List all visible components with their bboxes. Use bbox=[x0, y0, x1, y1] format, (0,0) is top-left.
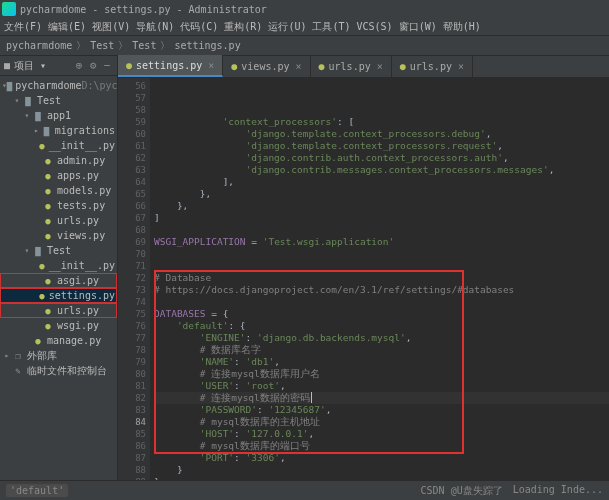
app-icon bbox=[2, 2, 16, 16]
dir-icon: ▇ bbox=[32, 110, 44, 122]
hide-icon[interactable]: − bbox=[101, 60, 113, 72]
py-icon: ● bbox=[42, 185, 54, 197]
tree-row[interactable]: ●wsgi.py bbox=[0, 318, 117, 333]
menu-item[interactable]: 帮助(H) bbox=[443, 20, 481, 34]
tree-label: apps.py bbox=[57, 170, 99, 181]
py-icon: ● bbox=[38, 140, 46, 152]
sidebar-header: ■项目 ▾ ⊕ ⚙ − bbox=[0, 56, 117, 76]
tree-label: wsgi.py bbox=[57, 320, 99, 331]
lib-icon: ❐ bbox=[12, 350, 24, 362]
python-icon: ● bbox=[319, 61, 325, 72]
editor-tab[interactable]: ●urls.py× bbox=[392, 55, 473, 77]
tree-row[interactable]: ▾▇Test bbox=[0, 243, 117, 258]
menu-item[interactable]: 编辑(E) bbox=[48, 20, 86, 34]
tree-label: app1 bbox=[47, 110, 71, 121]
py-icon: ● bbox=[42, 200, 54, 212]
tree-label: views.py bbox=[57, 230, 105, 241]
tree-row[interactable]: ▾▇app1 bbox=[0, 108, 117, 123]
tree-label: admin.py bbox=[57, 155, 105, 166]
breadcrumb-item[interactable]: settings.py bbox=[174, 40, 240, 51]
editor-tab[interactable]: ●views.py× bbox=[223, 55, 310, 77]
tree-row[interactable]: ●settings.py bbox=[0, 288, 117, 303]
code-content[interactable]: 'context_processors': [ 'django.template… bbox=[150, 78, 609, 480]
tree-row[interactable]: ●manage.py bbox=[0, 333, 117, 348]
py-icon: ● bbox=[32, 335, 44, 347]
close-icon[interactable]: × bbox=[458, 61, 464, 72]
menu-item[interactable]: 重构(R) bbox=[224, 20, 262, 34]
tree-row[interactable]: ●__init__.py bbox=[0, 258, 117, 273]
menu-item[interactable]: 工具(T) bbox=[312, 20, 350, 34]
editor-tabs: ●settings.py×●views.py×●urls.py×●urls.py… bbox=[118, 56, 609, 78]
tree-row[interactable]: ●asgi.py bbox=[0, 273, 117, 288]
tree-row[interactable]: ●urls.py bbox=[0, 303, 117, 318]
tree-label: settings.py bbox=[49, 290, 115, 301]
window-title: pycharmdome - settings.py - Administrato… bbox=[20, 4, 267, 15]
project-sidebar: ■项目 ▾ ⊕ ⚙ − ▾▇pycharmdome D:\pycharmdome… bbox=[0, 56, 118, 480]
breadcrumb: pycharmdome〉Test〉Test〉settings.py bbox=[0, 36, 609, 56]
menu-item[interactable]: VCS(S) bbox=[357, 21, 393, 32]
status-crumb: 'default' bbox=[6, 484, 68, 497]
menu-item[interactable]: 文件(F) bbox=[4, 20, 42, 34]
project-tree[interactable]: ▾▇pycharmdome D:\pycharmdome▾▇Test▾▇app1… bbox=[0, 76, 117, 380]
collapse-icon[interactable]: ⊕ bbox=[73, 60, 85, 72]
py-icon: ● bbox=[42, 170, 54, 182]
tree-label: urls.py bbox=[57, 305, 99, 316]
scr-icon: ✎ bbox=[12, 365, 24, 377]
menu-item[interactable]: 导航(N) bbox=[136, 20, 174, 34]
close-icon[interactable]: × bbox=[377, 61, 383, 72]
tree-label: 外部库 bbox=[27, 349, 57, 363]
py-icon: ● bbox=[42, 215, 54, 227]
menu-item[interactable]: 运行(U) bbox=[268, 20, 306, 34]
close-icon[interactable]: × bbox=[208, 60, 214, 71]
menu-item[interactable]: 窗口(W) bbox=[399, 20, 437, 34]
tree-label: migrations bbox=[55, 125, 115, 136]
status-bar: 'default' CSDN @U盘失踪了 Loading Inde... bbox=[0, 480, 609, 500]
tree-label: urls.py bbox=[57, 215, 99, 226]
tree-row[interactable]: ▸❐外部库 bbox=[0, 348, 117, 363]
menu-bar: 文件(F)编辑(E)视图(V)导航(N)代码(C)重构(R)运行(U)工具(T)… bbox=[0, 18, 609, 36]
tree-label: __init__.py bbox=[49, 260, 115, 271]
watermark: CSDN @U盘失踪了 bbox=[421, 484, 503, 498]
py-icon: ● bbox=[38, 260, 46, 272]
tree-row[interactable]: ▾▇pycharmdome D:\pycharmdome bbox=[0, 78, 117, 93]
tree-row[interactable]: ✎临时文件和控制台 bbox=[0, 363, 117, 378]
line-gutter: 5657585960616263646566676869707172737475… bbox=[118, 78, 150, 480]
tree-label: pycharmdome bbox=[15, 80, 81, 91]
close-icon[interactable]: × bbox=[296, 61, 302, 72]
python-icon: ● bbox=[126, 60, 132, 71]
tree-row[interactable]: ●admin.py bbox=[0, 153, 117, 168]
code-editor[interactable]: 5657585960616263646566676869707172737475… bbox=[118, 78, 609, 480]
breadcrumb-item[interactable]: Test bbox=[132, 40, 156, 51]
py-icon: ● bbox=[42, 155, 54, 167]
settings-icon[interactable]: ⚙ bbox=[87, 60, 99, 72]
py-icon: ● bbox=[42, 275, 54, 287]
tree-row[interactable]: ▾▇Test bbox=[0, 93, 117, 108]
breadcrumb-item[interactable]: pycharmdome bbox=[6, 40, 72, 51]
py-icon: ● bbox=[42, 230, 54, 242]
tree-label: 临时文件和控制台 bbox=[27, 364, 107, 378]
editor-tab[interactable]: ●urls.py× bbox=[311, 55, 392, 77]
tree-row[interactable]: ▸▇migrations bbox=[0, 123, 117, 138]
tree-row[interactable]: ●tests.py bbox=[0, 198, 117, 213]
tree-label: models.py bbox=[57, 185, 111, 196]
dir-icon: ▇ bbox=[22, 95, 34, 107]
dir-icon: ▇ bbox=[32, 245, 44, 257]
tree-label: tests.py bbox=[57, 200, 105, 211]
tree-row[interactable]: ●urls.py bbox=[0, 213, 117, 228]
editor-tab[interactable]: ●settings.py× bbox=[118, 55, 223, 77]
py-icon: ● bbox=[42, 320, 54, 332]
tree-label: Test bbox=[47, 245, 71, 256]
tree-row[interactable]: ●__init__.py bbox=[0, 138, 117, 153]
dir-icon: ▇ bbox=[7, 80, 12, 92]
tree-row[interactable]: ●apps.py bbox=[0, 168, 117, 183]
sidebar-title[interactable]: ■项目 ▾ bbox=[4, 59, 46, 73]
python-icon: ● bbox=[400, 61, 406, 72]
menu-item[interactable]: 视图(V) bbox=[92, 20, 130, 34]
tree-row[interactable]: ●views.py bbox=[0, 228, 117, 243]
tree-label: asgi.py bbox=[57, 275, 99, 286]
tree-label: Test bbox=[37, 95, 61, 106]
menu-item[interactable]: 代码(C) bbox=[180, 20, 218, 34]
tree-label: manage.py bbox=[47, 335, 101, 346]
breadcrumb-item[interactable]: Test bbox=[90, 40, 114, 51]
tree-row[interactable]: ●models.py bbox=[0, 183, 117, 198]
